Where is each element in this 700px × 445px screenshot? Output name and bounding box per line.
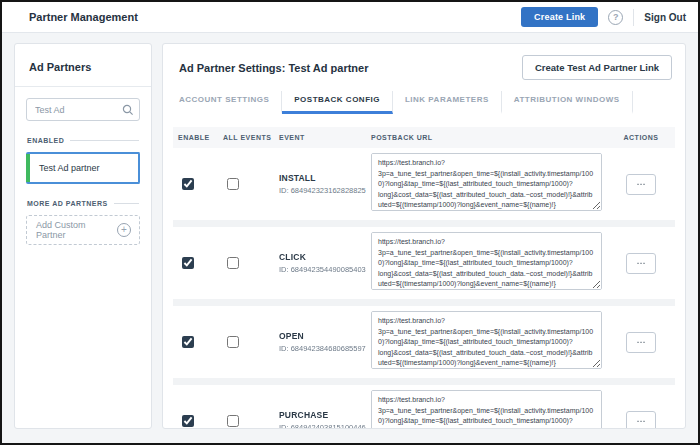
event-name: INSTALL [279, 173, 371, 183]
topbar-actions: Create Link ? Sign Out [521, 7, 686, 27]
column-header-actions: ACTIONS [612, 134, 670, 141]
all-events-checkbox[interactable] [227, 415, 239, 427]
add-custom-partner-label: Add Custom Partner [36, 220, 117, 240]
tab-account-settings[interactable]: ACCOUNT SETTINGS [179, 91, 282, 114]
table-row: CLICK ID: 684942354490085403 ... [173, 227, 675, 299]
actions-cell: ... [612, 253, 670, 274]
add-custom-partner-button[interactable]: Add Custom Partner + [26, 215, 140, 245]
enable-checkbox[interactable] [182, 257, 194, 269]
page-title: Partner Management [29, 11, 138, 23]
postback-url-cell [371, 311, 612, 373]
column-header-postback-url: POSTBACK URL [371, 134, 612, 141]
tab-link-parameters[interactable]: LINK PARAMETERS [393, 91, 502, 114]
actions-cell: ... [612, 174, 670, 195]
all-events-cell [223, 415, 279, 427]
tab-label: ATTRIBUTION WINDOWS [514, 95, 620, 104]
postback-table: ENABLE ALL EVENTS EVENT POSTBACK URL ACT… [173, 127, 675, 429]
panel-title: Ad Partner Settings: Test Ad partner [179, 62, 368, 74]
more-partners-section-label: MORE AD PARTNERS [27, 200, 139, 207]
actions-cell: ... [612, 332, 670, 353]
enabled-section-label: ENABLED [27, 137, 139, 144]
column-header-all-events: ALL EVENTS [223, 134, 279, 141]
table-row: OPEN ID: 684942384680685597 ... [173, 306, 675, 378]
event-name: OPEN [279, 331, 371, 341]
all-events-cell [223, 257, 279, 269]
create-link-button[interactable]: Create Link [521, 7, 598, 27]
all-events-checkbox[interactable] [227, 336, 239, 348]
tab-postback-config[interactable]: POSTBACK CONFIG [282, 91, 393, 114]
actions-cell: ... [612, 411, 670, 430]
table-header-row: ENABLE ALL EVENTS EVENT POSTBACK URL ACT… [173, 127, 675, 148]
enable-cell [178, 336, 223, 348]
event-id: ID: 684942354490085403 [279, 265, 371, 274]
all-events-cell [223, 336, 279, 348]
event-id: ID: 684942403815100446 [279, 423, 371, 429]
column-header-event: EVENT [279, 134, 371, 141]
enable-cell [178, 415, 223, 427]
partner-search [26, 98, 140, 121]
app-window: Partner Management Create Link ? Sign Ou… [0, 0, 700, 445]
row-actions-button[interactable]: ... [626, 411, 656, 430]
postback-url-textarea[interactable] [371, 153, 602, 211]
sidebar-title: Ad Partners [29, 61, 91, 73]
event-cell: CLICK ID: 684942354490085403 [279, 252, 371, 274]
postback-url-textarea[interactable] [371, 390, 602, 429]
create-test-ad-partner-link-button[interactable]: Create Test Ad Partner Link [522, 55, 672, 80]
topbar-divider [633, 9, 634, 26]
postback-url-textarea[interactable] [371, 232, 602, 290]
tabs: ACCOUNT SETTINGS POSTBACK CONFIG LINK PA… [179, 91, 669, 114]
partner-settings-panel: Ad Partner Settings: Test Ad partner Cre… [162, 43, 686, 429]
enable-cell [178, 257, 223, 269]
all-events-checkbox[interactable] [227, 178, 239, 190]
event-cell: PURCHASE ID: 684942403815100446 [279, 410, 371, 429]
postback-url-cell [371, 232, 612, 294]
tab-label: ACCOUNT SETTINGS [179, 95, 269, 104]
event-name: PURCHASE [279, 410, 371, 420]
ad-partners-sidebar: Ad Partners ENABLED T [14, 43, 152, 429]
tab-label: POSTBACK CONFIG [294, 95, 380, 104]
postback-url-textarea[interactable] [371, 311, 602, 369]
row-actions-button[interactable]: ... [626, 174, 656, 195]
table-row: PURCHASE ID: 684942403815100446 ... [173, 385, 675, 429]
panel-header: Ad Partner Settings: Test Ad partner Cre… [163, 44, 685, 89]
help-icon[interactable]: ? [608, 10, 623, 25]
event-cell: OPEN ID: 684942384680685597 [279, 331, 371, 353]
enable-cell [178, 178, 223, 190]
event-id: ID: 684942384680685597 [279, 344, 371, 353]
partner-name: Test Ad partner [30, 154, 100, 182]
enable-checkbox[interactable] [182, 336, 194, 348]
top-bar: Partner Management Create Link ? Sign Ou… [2, 2, 698, 33]
tab-label: LINK PARAMETERS [405, 95, 489, 104]
sidebar-header: Ad Partners [15, 44, 151, 87]
event-name: CLICK [279, 252, 371, 262]
column-header-enable: ENABLE [178, 134, 223, 141]
all-events-cell [223, 178, 279, 190]
search-icon [122, 102, 134, 120]
row-actions-button[interactable]: ... [626, 332, 656, 353]
table-row: INSTALL ID: 684942323162828825 ... [173, 148, 675, 220]
all-events-checkbox[interactable] [227, 257, 239, 269]
plus-circle-icon: + [117, 223, 131, 237]
enable-checkbox[interactable] [182, 178, 194, 190]
sidebar-item-test-ad-partner[interactable]: Test Ad partner [26, 152, 140, 184]
postback-table-body: INSTALL ID: 684942323162828825 ... CLICK… [173, 148, 675, 429]
event-cell: INSTALL ID: 684942323162828825 [279, 173, 371, 195]
row-actions-button[interactable]: ... [626, 253, 656, 274]
tab-attribution-windows[interactable]: ATTRIBUTION WINDOWS [502, 91, 633, 114]
enable-checkbox[interactable] [182, 415, 194, 427]
postback-url-cell [371, 390, 612, 429]
event-id: ID: 684942323162828825 [279, 186, 371, 195]
postback-url-cell [371, 153, 612, 215]
content-area: Ad Partners ENABLED T [2, 33, 698, 444]
sign-out-link[interactable]: Sign Out [644, 12, 686, 23]
sidebar-body: ENABLED Test Ad partner MORE AD PARTNERS… [15, 87, 151, 256]
